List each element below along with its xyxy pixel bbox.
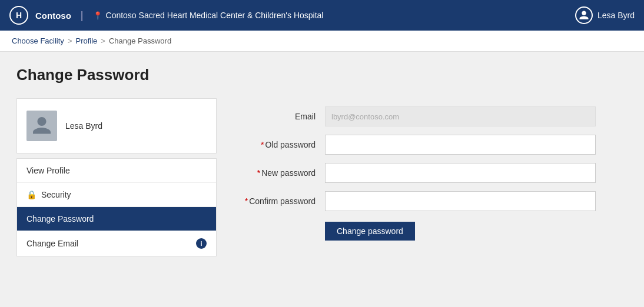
- new-password-field-cell: [325, 163, 596, 183]
- submit-row: Change password: [231, 219, 596, 241]
- sidebar-item-view-profile[interactable]: View Profile: [17, 159, 216, 183]
- header-username: Lesa Byrd: [597, 11, 635, 20]
- facility-name: Contoso Sacred Heart Medical Center & Ch…: [106, 11, 324, 20]
- header-divider: |: [81, 9, 84, 22]
- page-title: Change Password: [16, 66, 628, 84]
- sidebar-item-change-email[interactable]: Change Email i: [17, 231, 216, 256]
- header-brand: Contoso: [35, 11, 71, 21]
- info-icon: i: [196, 238, 207, 249]
- breadcrumb-profile[interactable]: Profile: [75, 36, 97, 45]
- lock-icon: 🔒: [26, 190, 36, 199]
- breadcrumb-choose-facility[interactable]: Choose Facility: [12, 36, 64, 45]
- confirm-password-label: *Confirm password: [231, 191, 325, 211]
- required-star-confirm: *: [245, 196, 248, 206]
- profile-card: Lesa Byrd: [16, 98, 217, 154]
- header-facility: 📍 Contoso Sacred Heart Medical Center & …: [93, 11, 324, 20]
- header-right: Lesa Byrd: [575, 6, 635, 24]
- breadcrumb-current: Change Password: [109, 36, 171, 45]
- old-password-label: *Old password: [231, 135, 325, 155]
- person-icon: [579, 10, 589, 21]
- sidebar-security-header: 🔒 Security: [17, 183, 216, 207]
- sidebar: Lesa Byrd View Profile 🔒 Security Change…: [16, 98, 217, 256]
- breadcrumb: Choose Facility > Profile > Change Passw…: [0, 31, 644, 52]
- old-password-row: *Old password: [231, 135, 596, 155]
- location-icon: 📍: [93, 11, 102, 20]
- confirm-password-row: *Confirm password: [231, 191, 596, 211]
- main-content: Change Password Lesa Byrd View Profile 🔒: [0, 52, 644, 271]
- email-field-cell: [325, 106, 596, 126]
- change-password-form: Email *Old password *New password: [231, 98, 596, 249]
- avatar: [26, 111, 57, 141]
- header-left: H Contoso | 📍 Contoso Sacred Heart Medic…: [9, 6, 323, 25]
- new-password-row: *New password: [231, 163, 596, 183]
- sidebar-menu: View Profile 🔒 Security Change Password …: [16, 158, 217, 256]
- old-password-field-cell: [325, 135, 596, 155]
- app-header: H Contoso | 📍 Contoso Sacred Heart Medic…: [0, 0, 644, 31]
- profile-name: Lesa Byrd: [65, 121, 102, 131]
- email-row: Email: [231, 106, 596, 126]
- new-password-field[interactable]: [325, 163, 596, 183]
- change-password-button[interactable]: Change password: [325, 222, 415, 241]
- sidebar-item-change-password[interactable]: Change Password: [17, 207, 216, 231]
- required-star-old: *: [261, 140, 264, 149]
- content-area: Lesa Byrd View Profile 🔒 Security Change…: [16, 98, 628, 256]
- breadcrumb-sep-2: >: [101, 36, 105, 45]
- email-label: Email: [231, 106, 325, 126]
- user-avatar-icon: [575, 6, 593, 24]
- confirm-password-field[interactable]: [325, 191, 596, 211]
- old-password-field[interactable]: [325, 135, 596, 155]
- breadcrumb-sep-1: >: [68, 36, 72, 45]
- form-area: Email *Old password *New password: [231, 98, 596, 249]
- avatar-icon: [31, 115, 52, 136]
- email-field[interactable]: [325, 106, 596, 126]
- new-password-label: *New password: [231, 163, 325, 183]
- confirm-password-field-cell: [325, 191, 596, 211]
- required-star-new: *: [257, 168, 260, 178]
- header-logo: H: [9, 6, 28, 25]
